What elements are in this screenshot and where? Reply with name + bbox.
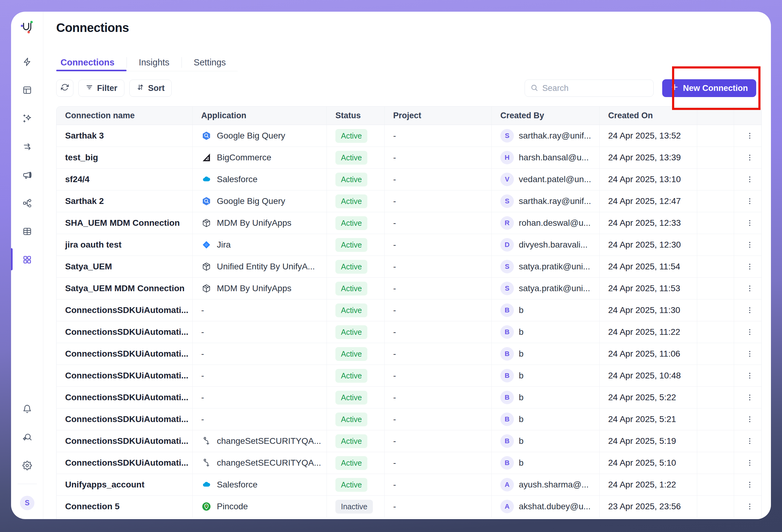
- actions-cell: [734, 365, 762, 387]
- created-on-cell: 24 Apr 2025, 12:47: [600, 190, 697, 212]
- table-row[interactable]: Unifyapps_accountSalesforceActive-Aayush…: [57, 474, 761, 496]
- user-avatar[interactable]: S: [20, 496, 34, 510]
- created-on-cell: 24 Apr 2025, 5:19: [600, 430, 697, 452]
- table-row[interactable]: Connection 5PincodeInactive-Aakshat.dube…: [57, 496, 761, 518]
- creator-name: b: [519, 458, 524, 468]
- table-row[interactable]: sf24/4SalesforceActive-Vvedant.patel@un.…: [57, 169, 761, 190]
- sidebar-item-megaphone[interactable]: [20, 168, 35, 183]
- sidebar-item-gear[interactable]: [20, 459, 35, 473]
- table-row[interactable]: SHA_UEM MDM ConnectionMDM By UnifyAppsAc…: [57, 212, 761, 234]
- project-cell: -: [385, 496, 492, 518]
- changeset-icon: [201, 458, 212, 468]
- column-header: [734, 107, 762, 125]
- row-menu-button[interactable]: [743, 343, 756, 365]
- creator-avatar: B: [500, 434, 514, 448]
- created-on-cell: 24 Apr 2025, 5:10: [600, 452, 697, 474]
- application-cell: MDM By UnifyApps: [192, 278, 327, 299]
- row-menu-button[interactable]: [743, 387, 756, 408]
- sort-button[interactable]: Sort: [129, 79, 172, 97]
- project-cell: -: [385, 147, 492, 169]
- status-cell: Active: [327, 125, 385, 147]
- table-row[interactable]: ConnectionsSDKUiAutomati...-Active-Bb24 …: [57, 299, 761, 321]
- actions-cell: [734, 299, 762, 321]
- created-by-cell: Bb: [492, 321, 600, 343]
- row-menu-button[interactable]: [743, 147, 756, 168]
- status-cell: Active: [327, 321, 385, 343]
- connection-name: Connection 5: [57, 496, 192, 518]
- row-menu-button[interactable]: [743, 430, 756, 452]
- app-window: S Connections ConnectionsInsightsSetting…: [11, 12, 771, 519]
- sidebar-item-sparkles[interactable]: [20, 111, 35, 126]
- application-cell: Salesforce: [192, 169, 327, 190]
- connection-name: Sarthak 2: [57, 190, 192, 212]
- tab-insights[interactable]: Insights: [127, 54, 181, 71]
- filter-button[interactable]: Filter: [78, 79, 125, 97]
- pincode-icon: [201, 501, 212, 512]
- sidebar-item-arrows-right[interactable]: [20, 140, 35, 154]
- sidebar-item-ai-search[interactable]: [20, 430, 35, 445]
- application-label: Pincode: [217, 502, 248, 511]
- table-row[interactable]: ConnectionsSDKUiAutomati...-Active-Bb24 …: [57, 321, 761, 343]
- project-cell: -: [385, 278, 492, 299]
- table-row[interactable]: Satya_UEMUnified Entity By UnifyA...Acti…: [57, 256, 761, 278]
- application-label: -: [201, 371, 204, 381]
- row-menu-button[interactable]: [743, 496, 756, 517]
- row-menu-button[interactable]: [743, 299, 756, 321]
- row-menu-button[interactable]: [743, 190, 756, 212]
- table-row[interactable]: test_bigBigCommerceActive-Hharsh.bansal@…: [57, 147, 761, 169]
- row-menu-button[interactable]: [743, 365, 756, 386]
- creator-avatar: S: [500, 194, 514, 208]
- created-on-cell: 24 Apr 2025, 11:30: [600, 299, 697, 321]
- table-row[interactable]: ConnectionsSDKUiAutomati...changeSetSECU…: [57, 452, 761, 474]
- sidebar-item-apps-grid[interactable]: [20, 253, 35, 268]
- table-row[interactable]: ConnectionsSDKUiAutomati...-Active-Bb24 …: [57, 365, 761, 387]
- table-row[interactable]: Sarthak 2Google Big QueryActive-Ssarthak…: [57, 190, 761, 212]
- toolbar: Filter Sort New Connection: [56, 79, 762, 97]
- created-on-cell: 24 Apr 2025, 13:39: [600, 147, 697, 169]
- table-row[interactable]: jira oauth testJiraActive-Ddivyesh.barav…: [57, 234, 761, 256]
- created-on-cell: 24 Apr 2025, 12:30: [600, 234, 697, 256]
- row-menu-button[interactable]: [743, 278, 756, 299]
- actions-cell: [734, 430, 762, 452]
- sidebar-item-zap[interactable]: [20, 55, 35, 70]
- row-menu-button[interactable]: [743, 169, 756, 190]
- row-menu-button[interactable]: [743, 474, 756, 495]
- status-badge: Active: [335, 456, 367, 470]
- sidebar-item-layout[interactable]: [20, 83, 35, 98]
- row-menu-button[interactable]: [743, 321, 756, 343]
- creator-name: sarthak.ray@unif...: [519, 196, 591, 206]
- status-badge: Active: [335, 129, 367, 143]
- table-row[interactable]: ConnectionsSDKUiAutomati...-Active-Bb24 …: [57, 343, 761, 365]
- tab-connections[interactable]: Connections: [56, 54, 127, 71]
- application-label: -: [201, 305, 204, 315]
- row-menu-button[interactable]: [743, 125, 756, 146]
- jira-icon: [201, 240, 212, 250]
- sidebar-item-table[interactable]: [20, 224, 35, 239]
- table-row[interactable]: Satya_UEM MDM ConnectionMDM By UnifyApps…: [57, 278, 761, 299]
- created-by-cell: Ddivyesh.baravali...: [492, 234, 600, 256]
- new-connection-button[interactable]: New Connection: [662, 79, 756, 97]
- sidebar-item-bell[interactable]: [20, 402, 35, 417]
- row-menu-button[interactable]: [743, 212, 756, 234]
- table-row[interactable]: Sarthak 3Google Big QueryActive-Ssarthak…: [57, 125, 761, 147]
- application-cell: Jira: [192, 234, 327, 256]
- column-header: Status: [327, 107, 385, 125]
- row-menu-button[interactable]: [743, 409, 756, 430]
- status-cell: Active: [327, 190, 385, 212]
- row-menu-button[interactable]: [743, 234, 756, 255]
- table-row[interactable]: ConnectionsSDKUiAutomati...-Active-Bb24 …: [57, 387, 761, 409]
- table-row[interactable]: ConnectionsSDKUiAutomati...changeSetSECU…: [57, 430, 761, 452]
- actions-cell: [734, 234, 762, 256]
- refresh-button[interactable]: [56, 79, 73, 97]
- connection-name: Satya_UEM: [57, 256, 192, 278]
- row-menu-button[interactable]: [743, 256, 756, 277]
- table-row[interactable]: ConnectionsSDKUiAutomati...-Active-Bb24 …: [57, 409, 761, 430]
- status-badge: Active: [335, 413, 367, 426]
- tab-settings[interactable]: Settings: [182, 54, 238, 71]
- search-input[interactable]: [542, 83, 648, 93]
- status-badge: Active: [335, 173, 367, 186]
- row-menu-button[interactable]: [743, 452, 756, 474]
- sidebar-item-share[interactable]: [20, 196, 35, 211]
- creator-avatar: B: [500, 369, 514, 382]
- empty-cell: [697, 278, 734, 299]
